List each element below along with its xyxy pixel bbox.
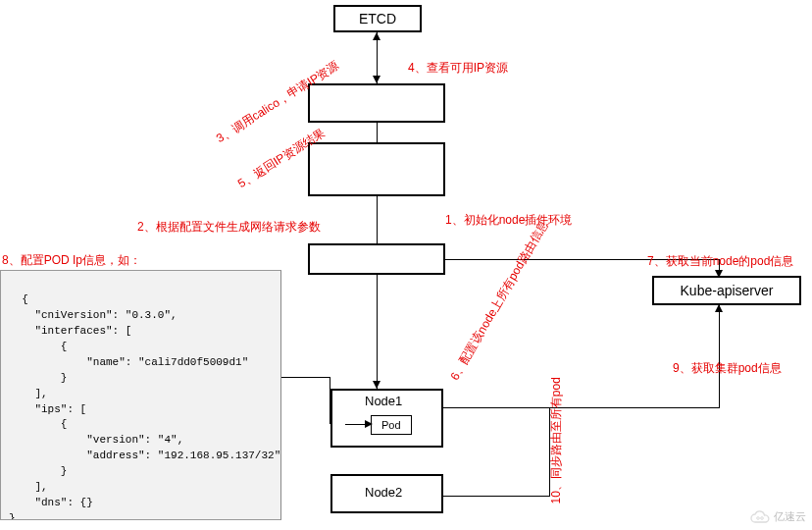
step10-label: 10、同步路由至所有pod (548, 377, 565, 504)
pod-box: Pod (371, 415, 412, 435)
arrow-node1-apiserver-v (719, 305, 720, 408)
arrow-calico-plugin (377, 123, 378, 142)
plugin-box (308, 142, 445, 196)
calico-box (308, 83, 445, 123)
etcd-box: ETCD (333, 5, 422, 32)
arrow-node2-h (443, 496, 550, 497)
svg-point-0 (757, 516, 760, 519)
arrow-node1-apiserver-h (443, 407, 720, 408)
step1-label: 1、初始化node插件环境 (445, 212, 572, 229)
pod-arrow-head (365, 420, 373, 428)
step4-label: 4、查看可用IP资源 (408, 60, 508, 77)
arrow-calico-head (373, 76, 381, 83)
arrow-cni-node1-head (373, 381, 381, 389)
step6-label: 6、配置该node上所有pod路由信息 (447, 218, 552, 384)
svg-point-1 (761, 516, 764, 519)
code-panel: { "cniVersion": "0.3.0", "interfaces": [… (0, 270, 281, 520)
pod-arrow (345, 424, 367, 425)
watermark: 亿速云 (749, 509, 806, 524)
cni-box (308, 243, 445, 275)
arrow-plugin-cni (377, 196, 378, 243)
code-content: { "cniVersion": "0.3.0", "interfaces": [… (9, 293, 280, 520)
etcd-label: ETCD (359, 11, 396, 26)
kube-apiserver-label: Kube-apiserver (681, 283, 774, 298)
step7-label: 7、获取当前node的pod信息 (647, 253, 793, 270)
step8-label: 8、配置POD Ip信息，如： (2, 252, 141, 269)
node1-title: Node1 (365, 394, 402, 408)
kube-apiserver-box: Kube-apiserver (652, 276, 801, 305)
cloud-icon (749, 510, 771, 524)
watermark-text: 亿速云 (774, 509, 806, 524)
arrow-cni-apiserver-head (715, 270, 723, 278)
arrow-etcd-head (373, 32, 381, 40)
pod-label: Pod (381, 419, 401, 431)
node2-title: Node2 (365, 485, 402, 500)
arrow-cni-node1 (377, 275, 378, 389)
step2-label: 2、根据配置文件生成网络请求参数 (137, 219, 321, 236)
arrow-code-cni (281, 377, 330, 378)
step9-label: 9、获取集群pod信息 (673, 360, 782, 377)
arrow-code-cni-v (330, 377, 330, 424)
arrow-node1-apiserver-head (715, 304, 723, 312)
